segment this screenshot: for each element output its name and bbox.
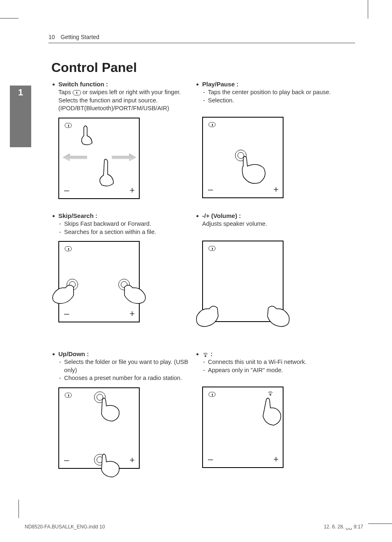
- play-head: Play/Pause :: [202, 81, 238, 88]
- plus-icon: +: [129, 185, 135, 196]
- minus-icon: –: [64, 455, 69, 466]
- updown-li1: Selects the folder or file you want to p…: [64, 358, 192, 374]
- item-play-pause: Play/Pause : Taps the center position to…: [196, 81, 336, 198]
- volume-head: -/+ (Volume) :: [202, 212, 241, 219]
- power-icon: [65, 123, 72, 128]
- plus-icon: +: [273, 184, 279, 195]
- diagram-switch: – +: [58, 118, 140, 199]
- diagram-wifi: – +: [202, 387, 284, 468]
- hand-icon: [92, 158, 121, 191]
- plus-icon: +: [273, 454, 279, 465]
- hand-icon: [193, 304, 226, 333]
- page-title: Control Panel: [51, 60, 137, 75]
- hand-icon: [258, 396, 287, 429]
- chapter-side-label: Getting Started: [16, 103, 22, 142]
- power-icon: [209, 392, 216, 397]
- footer: ND8520-FA.BUSALLK_ENG.indd 10 12. 6. 28.…: [25, 524, 363, 530]
- play-li2: Selection.: [208, 97, 336, 105]
- play-li1: Taps the center position to play back or…: [208, 88, 336, 97]
- wifi-li1: Connects this unit to a Wi-Fi network.: [208, 358, 336, 366]
- hand-icon: [98, 396, 127, 424]
- skip-head: Skip/Search :: [58, 212, 97, 219]
- power-icon: [73, 90, 81, 95]
- minus-icon: –: [208, 184, 213, 195]
- skip-li1: Skips Fast backward or Forward.: [64, 220, 192, 228]
- diagram-skip: – +: [58, 241, 140, 322]
- hand-icon: [76, 123, 100, 148]
- diagram-volume: – +: [202, 241, 284, 322]
- minus-icon: –: [64, 308, 69, 319]
- hand-icon: [239, 154, 276, 191]
- hand-icon: [120, 283, 149, 308]
- switch-head: Switch function :: [58, 81, 108, 88]
- wifi-head: :: [202, 350, 212, 357]
- minus-icon: –: [208, 454, 213, 465]
- diagram-updown: – +: [58, 387, 140, 469]
- page-number-top: 10: [48, 34, 55, 40]
- switch-desc: Taps or swipes left or right with your f…: [53, 88, 192, 113]
- crop-mark: [0, 18, 18, 19]
- power-icon: [209, 246, 216, 251]
- item-up-down: Up/Down : Selects the folder or file you…: [53, 350, 192, 469]
- wifi-icon: [202, 352, 209, 357]
- minus-icon: –: [64, 185, 69, 196]
- item-wifi: : Connects this unit to a Wi-Fi network.…: [196, 350, 336, 468]
- chapter-number: 1: [10, 86, 31, 98]
- crop-mark: [18, 500, 19, 518]
- running-header: 10 Getting Started: [48, 34, 355, 43]
- power-icon: [209, 122, 216, 127]
- item-volume: -/+ (Volume) : Adjusts speaker volume. –…: [196, 212, 336, 322]
- plus-icon: +: [129, 455, 135, 466]
- hand-icon: [98, 452, 127, 480]
- hand-icon: [260, 304, 293, 333]
- arrow-left-icon: [62, 153, 87, 162]
- wifi-li2: Appears only in "AIR" mode.: [208, 366, 336, 375]
- section-name-top: Getting Started: [60, 34, 99, 40]
- item-skip-search: Skip/Search : Skips Fast backward or For…: [53, 212, 192, 322]
- item-switch-function: Switch function : Taps or swipes left or…: [53, 81, 192, 199]
- volume-desc: Adjusts speaker volume.: [196, 220, 336, 228]
- footer-timestamp: 12. 6. 28. ␣␣ 9:17: [324, 524, 363, 530]
- plus-icon: +: [129, 308, 135, 319]
- power-icon: [65, 246, 72, 251]
- hand-icon: [49, 283, 78, 308]
- footer-filename: ND8520-FA.BUSALLK_ENG.indd 10: [25, 524, 105, 530]
- skip-li2: Searches for a section within a file.: [64, 228, 192, 236]
- power-icon: [65, 393, 72, 398]
- wifi-icon: [267, 391, 274, 396]
- updown-li2: Chooses a preset number for a radio stat…: [64, 374, 192, 382]
- updown-head: Up/Down :: [58, 350, 89, 357]
- diagram-play: – +: [202, 117, 284, 198]
- crop-mark: [368, 0, 368, 19]
- crop-mark: [368, 523, 392, 524]
